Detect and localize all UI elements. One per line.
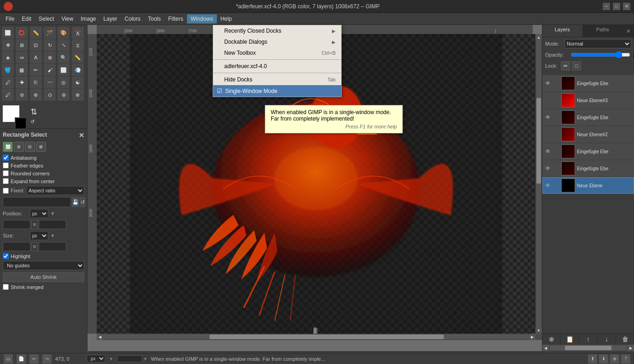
vscroll-thumb[interactable] [536, 98, 541, 184]
size-h-input[interactable]: 94 [39, 242, 66, 251]
tool-rectangle-select[interactable]: ⬜ [2, 27, 14, 39]
fixed-type-select[interactable]: Aspect ratio Width Height Size [26, 186, 84, 195]
menu-filters[interactable]: Filters [164, 14, 187, 23]
tool-dodge-burn[interactable]: ☯ [72, 76, 84, 88]
tool-bucket-fill[interactable]: 🪣 [2, 64, 14, 76]
rp-hscroll-left-btn[interactable]: ◀ [542, 345, 549, 351]
size-w-input[interactable]: 772 [3, 242, 30, 251]
layer-item[interactable]: Neue Ebene#3 [542, 92, 634, 109]
tool-perspective[interactable]: ◈ [2, 52, 14, 64]
tool-extra1[interactable]: ⊛ [30, 89, 42, 101]
menu-item-hide-docks[interactable]: Hide Docks Tab [213, 74, 341, 85]
menu-file[interactable]: File [2, 14, 18, 23]
foreground-color-swatch[interactable] [15, 117, 27, 129]
tool-ellipse-select[interactable]: ⭕ [16, 27, 28, 39]
tool-fuzzy-select[interactable]: 🪄 [44, 27, 56, 39]
mode-intersect[interactable]: ⊠ [36, 142, 46, 152]
tool-eraser[interactable]: ⬜ [58, 64, 70, 76]
right-panel-menu-icon[interactable]: ≡ [623, 25, 634, 37]
status-option-icon[interactable]: ⊕ [610, 354, 619, 364]
tool-shear[interactable]: ⧖ [72, 39, 84, 51]
hscroll-thumb[interactable] [209, 335, 444, 339]
menu-windows[interactable]: Windows [187, 14, 217, 23]
maximize-button[interactable]: □ [613, 3, 620, 10]
auto-shrink-button[interactable]: Auto Shrink [3, 272, 84, 282]
status-redo-icon[interactable]: ↪ [42, 354, 52, 364]
layer-opacity-slider[interactable] [571, 52, 630, 58]
tool-ink[interactable]: 🖊 [2, 76, 14, 88]
layer-visibility-icon[interactable]: 👁 [545, 182, 551, 189]
status-export-icon[interactable]: ⬆ [588, 354, 597, 364]
swap-colors-icon[interactable]: ⇅ [30, 107, 37, 117]
tool-airbrush[interactable]: 💨 [72, 64, 84, 76]
tool-blend[interactable]: ▦ [16, 64, 28, 76]
tool-heal[interactable]: ✚ [16, 76, 28, 88]
hscroll-right-btn[interactable]: ▶ [529, 334, 535, 340]
position-x-input[interactable]: 172 [3, 220, 30, 229]
rp-hscroll-thumb[interactable] [565, 346, 611, 350]
menu-image[interactable]: Image [77, 14, 99, 23]
feather-edges-checkbox[interactable] [3, 162, 9, 168]
right-hscrollbar[interactable]: ◀ ▶ [542, 345, 634, 351]
raise-layer-button[interactable]: ↑ [579, 334, 598, 345]
guides-select[interactable]: No guides [3, 261, 84, 270]
menu-tools[interactable]: Tools [144, 14, 164, 23]
lock-alpha-btn[interactable]: □ [572, 61, 581, 70]
menu-layer[interactable]: Layer [100, 14, 121, 23]
tool-clone[interactable]: ⎘ [30, 76, 42, 88]
layer-opacity-input[interactable]: 84.8 [632, 50, 634, 59]
layer-item[interactable]: 👁 Eingefügte Ebe [542, 143, 634, 160]
canvas-hscrollbar[interactable]: ◀ ▶ [97, 334, 535, 340]
tool-magnify[interactable]: 🔍 [58, 52, 70, 64]
status-undo-icon[interactable]: ↩ [29, 354, 39, 364]
tool-text[interactable]: A [30, 52, 42, 64]
layer-visibility-icon[interactable] [545, 131, 551, 138]
current-value-save-btn[interactable]: 💾 [72, 197, 79, 207]
reset-colors-icon[interactable]: ↺ [30, 119, 37, 125]
current-value-input[interactable]: Current [3, 197, 71, 207]
close-button[interactable]: ✕ [623, 3, 630, 10]
status-unit-select[interactable]: px [87, 355, 105, 363]
layer-mode-select[interactable]: Normal [564, 39, 631, 48]
new-from-visible-button[interactable]: 📋 [561, 334, 579, 345]
tool-crop[interactable]: ⊡ [30, 39, 42, 51]
vscroll-up-btn[interactable]: ▲ [535, 34, 542, 40]
status-icon-2[interactable]: 📄 [17, 354, 26, 364]
tool-measure[interactable]: 📏 [72, 52, 84, 64]
status-zoom-arrow[interactable]: ▼ [143, 357, 147, 361]
tool-scissors[interactable]: ✂️ [72, 27, 84, 39]
fixed-checkbox[interactable] [3, 188, 9, 194]
menu-edit[interactable]: Edit [18, 14, 35, 23]
tool-flip[interactable]: ⇔ [16, 52, 28, 64]
tool-convolve[interactable]: ◎ [58, 76, 70, 88]
current-value-reset-btn[interactable]: ↺ [80, 197, 85, 207]
layer-item[interactable]: 👁 Eingefügte Ebe [542, 109, 634, 126]
hscroll-left-btn[interactable]: ◀ [97, 334, 103, 340]
mode-replace[interactable]: ⬜ [3, 142, 13, 152]
tool-options-close-icon[interactable]: ✕ [79, 132, 84, 139]
menu-view[interactable]: View [58, 14, 77, 23]
layer-visibility-icon[interactable] [545, 97, 551, 104]
tool-extra4[interactable]: ⊗ [72, 89, 84, 101]
layer-item[interactable]: 👁 Eingefügte Ebe [542, 160, 634, 177]
lock-pixels-btn[interactable]: ✏ [561, 61, 570, 70]
layer-visibility-icon[interactable]: 👁 [545, 165, 551, 172]
layer-visibility-icon[interactable]: 👁 [545, 114, 551, 121]
status-zoom-input[interactable]: 100% [117, 355, 142, 362]
menu-item-adlerfeuer[interactable]: adlerfeuer.xcf-4.0 [213, 61, 341, 72]
vscroll-down-btn[interactable]: ▼ [535, 327, 542, 334]
canvas-vscrollbar[interactable]: ▲ ▼ [535, 34, 542, 334]
tool-extra3[interactable]: ⊚ [58, 89, 70, 101]
layer-visibility-icon[interactable]: 👁 [545, 148, 551, 155]
tool-select-by-color[interactable]: 🎨 [58, 27, 70, 39]
menu-colors[interactable]: Colors [121, 14, 145, 23]
tool-move[interactable]: ✥ [2, 39, 14, 51]
expand-from-center-checkbox[interactable] [3, 178, 9, 184]
size-unit-select[interactable]: px [30, 231, 48, 240]
canvas-divider-handle[interactable]: ||| [314, 327, 316, 334]
rounded-corners-checkbox[interactable] [3, 170, 9, 176]
layer-item-active[interactable]: 👁 Neue Ebene [542, 177, 634, 194]
minimize-button[interactable]: ─ [603, 3, 610, 10]
tool-path[interactable]: 🖊 [2, 89, 14, 101]
tool-extra2[interactable]: ⊙ [44, 89, 56, 101]
